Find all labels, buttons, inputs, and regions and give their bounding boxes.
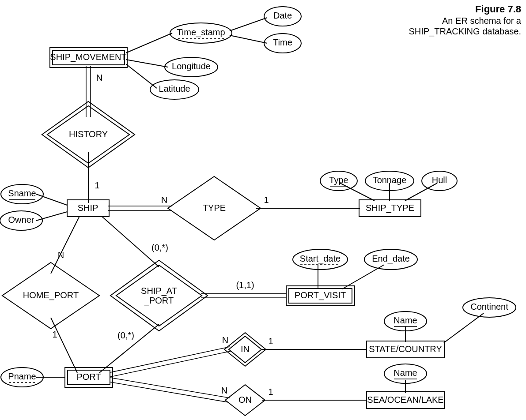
card-in-n: N	[222, 335, 228, 345]
rel-in: IN	[224, 333, 266, 366]
svg-text:Date: Date	[273, 11, 292, 20]
card-sap-ship: (0,*)	[151, 243, 168, 252]
svg-text:HOME_PORT: HOME_PORT	[23, 290, 79, 300]
svg-text:PORT: PORT	[76, 372, 101, 382]
svg-text:SHIP_MOVEMENT: SHIP_MOVEMENT	[50, 52, 126, 62]
svg-text:IN: IN	[241, 344, 250, 354]
attr-hull: Hull	[422, 171, 457, 191]
svg-text:Owner: Owner	[8, 215, 34, 225]
attr-end-date: End_date	[364, 249, 417, 270]
svg-text:Time: Time	[273, 38, 292, 47]
svg-text:STATE/COUNTRY: STATE/COUNTRY	[369, 344, 442, 354]
svg-text:PORT_VISIT: PORT_VISIT	[295, 290, 346, 300]
card-type-n: N	[161, 195, 167, 205]
svg-line-15	[110, 378, 230, 398]
svg-text:End_date: End_date	[372, 254, 410, 264]
svg-text:Type: Type	[329, 175, 348, 185]
er-diagram: Figure 7.8 An ER schema for a SHIP_TRACK…	[0, 0, 526, 420]
svg-text:Hull: Hull	[432, 175, 447, 185]
svg-text:SHIP_AT: SHIP_AT	[141, 286, 177, 296]
card-on-n: N	[221, 386, 227, 395]
svg-text:Latitude: Latitude	[159, 84, 190, 94]
svg-line-20	[126, 64, 157, 88]
svg-text:Continent: Continent	[470, 302, 508, 311]
svg-text:SHIP_TYPE: SHIP_TYPE	[366, 203, 414, 213]
svg-text:Start_date: Start_date	[300, 254, 341, 264]
entity-port-visit: PORT_VISIT	[286, 286, 355, 306]
card-homeport-n: N	[58, 250, 64, 260]
card-type-1: 1	[264, 195, 269, 205]
svg-line-24	[36, 212, 67, 221]
svg-line-21	[230, 18, 267, 31]
entity-state-country: STATE/COUNTRY	[367, 341, 444, 358]
rel-on: ON	[225, 385, 265, 416]
svg-text:SEA/OCEAN/LAKE: SEA/OCEAN/LAKE	[367, 395, 443, 405]
card-history-1: 1	[95, 180, 99, 190]
attr-type: Type	[320, 171, 357, 191]
svg-text:Sname: Sname	[8, 188, 36, 198]
svg-line-16	[110, 382, 229, 402]
entity-sea-ocean-lake: SEA/OCEAN/LAKE	[367, 392, 444, 409]
rel-ship-at-port: SHIP_AT _PORT	[110, 260, 208, 331]
svg-text:Time_stamp: Time_stamp	[177, 27, 225, 38]
attr-owner: Owner	[0, 211, 42, 230]
svg-text:_PORT: _PORT	[144, 296, 174, 306]
svg-text:Tonnage: Tonnage	[373, 175, 407, 185]
svg-line-23	[36, 194, 67, 205]
attr-start-date: Start_date	[293, 249, 348, 270]
rel-home-port: HOME_PORT	[2, 262, 99, 329]
svg-text:Pname: Pname	[8, 371, 36, 381]
attr-date: Date	[264, 7, 301, 26]
card-in-1: 1	[268, 336, 273, 346]
svg-line-18	[126, 33, 172, 53]
svg-line-19	[126, 60, 168, 67]
card-homeport-1: 1	[52, 330, 57, 339]
svg-line-12	[110, 347, 230, 372]
attr-continent: Continent	[463, 298, 516, 317]
svg-text:SHIP: SHIP	[78, 203, 98, 213]
entity-ship-movement: SHIP_MOVEMENT	[50, 48, 127, 68]
svg-text:Name: Name	[394, 368, 417, 378]
attr-latitude: Latitude	[150, 80, 199, 99]
attr-longitude: Longitude	[165, 57, 218, 77]
svg-line-8	[102, 216, 159, 267]
card-sap-port: (0,*)	[117, 330, 134, 340]
entity-ship-type: SHIP_TYPE	[359, 200, 421, 217]
svg-text:TYPE: TYPE	[203, 203, 226, 213]
svg-line-25	[340, 183, 375, 201]
svg-text:HISTORY: HISTORY	[69, 129, 108, 139]
card-history-n: N	[96, 73, 102, 82]
figure-caption-l2: SHIP_TRACKING database.	[409, 26, 521, 37]
figure-title: Figure 7.8	[475, 4, 521, 15]
attr-time-stamp: Time_stamp	[170, 23, 232, 43]
svg-text:ON: ON	[238, 395, 252, 405]
attr-time: Time	[264, 34, 301, 53]
rel-type: TYPE	[168, 176, 261, 240]
svg-line-13	[110, 351, 231, 377]
svg-text:Name: Name	[394, 315, 417, 325]
figure-caption-l1: An ER schema for a	[442, 16, 522, 26]
svg-text:Longitude: Longitude	[172, 61, 211, 71]
svg-line-31	[444, 313, 484, 343]
card-on-1: 1	[268, 387, 273, 397]
svg-line-22	[230, 35, 267, 43]
card-sap-visit: (1,1)	[236, 280, 254, 290]
entity-port: PORT	[65, 368, 113, 387]
